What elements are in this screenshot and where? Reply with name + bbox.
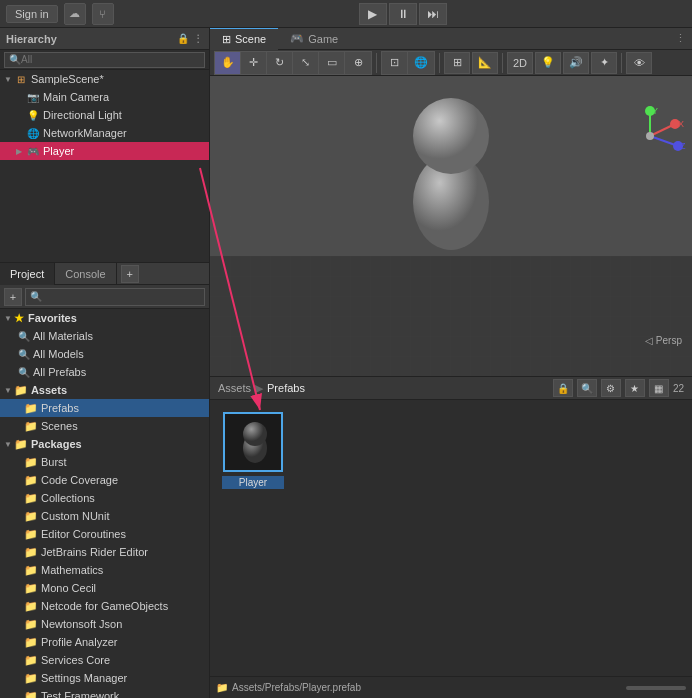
folder-pkg-newtonsoft-json[interactable]: 📁Newtonsoft Json <box>0 615 209 633</box>
project-right-star[interactable]: ★ <box>625 379 645 397</box>
play-button[interactable]: ▶ <box>359 3 387 25</box>
camera-label: Main Camera <box>43 91 109 103</box>
folder-pkg-mono-cecil[interactable]: 📁Mono Cecil <box>0 579 209 597</box>
view-2d-btn[interactable]: 2D <box>507 52 533 74</box>
hierarchy-search-input[interactable] <box>21 54 200 65</box>
pkg-label: Test Framework <box>41 690 119 698</box>
folder-prefabs[interactable]: 📁 Prefabs <box>0 399 209 417</box>
folder-pkg-profile-analyzer[interactable]: 📁Profile Analyzer <box>0 633 209 651</box>
project-right-filter[interactable]: ⚙ <box>601 379 621 397</box>
rotate-tool[interactable]: ↻ <box>267 52 293 74</box>
folder-pkg-custom-nunit[interactable]: 📁Custom NUnit <box>0 507 209 525</box>
main-layout: Hierarchy 🔒 ⋮ 🔍 ▼ ⊞ SampleScene* <box>0 28 692 698</box>
all-prefabs-label: All Prefabs <box>33 366 86 378</box>
folder-icon: 📁 <box>216 682 228 693</box>
hierarchy-scene-item[interactable]: ▼ ⊞ SampleScene* <box>0 70 209 88</box>
cloud-icon[interactable]: ☁ <box>64 3 86 25</box>
folder-pkg-settings-manager[interactable]: 📁Settings Manager <box>0 669 209 687</box>
prefabs-label: Prefabs <box>41 402 79 414</box>
player-thumb-svg <box>225 412 281 472</box>
folder-pkg-test-framework[interactable]: 📁Test Framework <box>0 687 209 698</box>
light-label: Directional Light <box>43 109 122 121</box>
assets-arrow-icon: ▼ <box>4 386 12 395</box>
asset-player[interactable]: Player <box>218 408 288 493</box>
project-right-search[interactable]: 🔍 <box>577 379 597 397</box>
folder-scenes[interactable]: 📁 Scenes <box>0 417 209 435</box>
favorites-section[interactable]: ▼ ★ Favorites <box>0 309 209 327</box>
player-asset-label: Player <box>222 476 284 489</box>
pkg-label: Editor Coroutines <box>41 528 126 540</box>
right-area: ⊞ Scene 🎮 Game ⋮ ✋ ✛ ↻ ⤡ ▭ ⊕ ⊡ 🌐 <box>210 28 692 698</box>
packages-section[interactable]: ▼ 📁 Packages <box>0 435 209 453</box>
svg-text:Z: Z <box>680 141 686 151</box>
folder-pkg-collections[interactable]: 📁Collections <box>0 489 209 507</box>
project-content: Player <box>210 400 692 676</box>
project-right-lock[interactable]: 🔒 <box>553 379 573 397</box>
folder-pkg-netcode-for-gameobjects[interactable]: 📁Netcode for GameObjects <box>0 597 209 615</box>
snap-tool[interactable]: 📐 <box>472 52 498 74</box>
hierarchy-item-main-camera[interactable]: 📷 Main Camera <box>0 88 209 106</box>
hidden-tool[interactable]: 👁 <box>626 52 652 74</box>
light-icon: 💡 <box>26 108 40 122</box>
fx-tool[interactable]: ✦ <box>591 52 617 74</box>
player-label: Player <box>43 145 74 157</box>
global-tool[interactable]: 🌐 <box>408 52 434 74</box>
branch-icon[interactable]: ⑂ <box>92 3 114 25</box>
scene-game-tabs: ⊞ Scene 🎮 Game ⋮ <box>210 28 692 50</box>
scene-view[interactable]: X Y Z ◁ Persp <box>210 76 692 376</box>
light-tool[interactable]: 💡 <box>535 52 561 74</box>
folder-all-models[interactable]: 🔍 All Models <box>0 345 209 363</box>
hierarchy-item-network-manager[interactable]: 🌐 NetworkManager <box>0 124 209 142</box>
folder-pkg-jetbrains-rider-editor[interactable]: 📁JetBrains Rider Editor <box>0 543 209 561</box>
add-asset-button[interactable]: + <box>4 288 22 306</box>
tab-game[interactable]: 🎮 Game <box>278 28 350 50</box>
tab-scene[interactable]: ⊞ Scene <box>210 28 278 50</box>
zoom-slider[interactable] <box>626 686 686 690</box>
project-right-collapse[interactable]: ▦ <box>649 379 669 397</box>
scale-tool[interactable]: ⤡ <box>293 52 319 74</box>
rect-tool[interactable]: ▭ <box>319 52 345 74</box>
audio-tool[interactable]: 🔊 <box>563 52 589 74</box>
hierarchy-header: Hierarchy 🔒 ⋮ <box>0 28 209 50</box>
hand-tool[interactable]: ✋ <box>215 52 241 74</box>
assets-section[interactable]: ▼ 📁 Assets <box>0 381 209 399</box>
project-search-box[interactable]: 🔍 <box>25 288 205 306</box>
hierarchy-panel: Hierarchy 🔒 ⋮ 🔍 ▼ ⊞ SampleScene* <box>0 28 209 263</box>
pivot-tool[interactable]: ⊡ <box>382 52 408 74</box>
tool-group-move: ✋ ✛ ↻ ⤡ ▭ ⊕ <box>214 51 372 75</box>
folder-pkg-services-core[interactable]: 📁Services Core <box>0 651 209 669</box>
transform-tool[interactable]: ⊕ <box>345 52 371 74</box>
hierarchy-search-box[interactable]: 🔍 <box>4 52 205 68</box>
folder-pkg-burst[interactable]: 📁Burst <box>0 453 209 471</box>
pause-button[interactable]: ⏸ <box>389 3 417 25</box>
hierarchy-item-player[interactable]: ▶ 🎮 Player <box>0 142 209 160</box>
add-button[interactable]: + <box>121 265 139 283</box>
scene-more-button[interactable]: ⋮ <box>669 32 692 45</box>
packages-folder-icon: 📁 <box>14 438 28 451</box>
sign-in-button[interactable]: Sign in <box>6 5 58 23</box>
pkg-folder-icon: 📁 <box>24 510 38 523</box>
hierarchy-lock[interactable]: 🔒 <box>177 33 189 44</box>
top-bar: Sign in ☁ ⑂ ▶ ⏸ ⏭ <box>0 0 692 28</box>
tab-console[interactable]: Console <box>55 263 116 285</box>
search-prefabs-icon: 🔍 <box>18 367 30 378</box>
project-toolbar: + 🔍 <box>0 285 209 309</box>
folder-pkg-editor-coroutines[interactable]: 📁Editor Coroutines <box>0 525 209 543</box>
hierarchy-item-directional-light[interactable]: 💡 Directional Light <box>0 106 209 124</box>
scenes-folder-icon: 📁 <box>24 420 38 433</box>
folder-pkg-code-coverage[interactable]: 📁Code Coverage <box>0 471 209 489</box>
step-button[interactable]: ⏭ <box>419 3 447 25</box>
scene-toolbar: ✋ ✛ ↻ ⤡ ▭ ⊕ ⊡ 🌐 ⊞ 📐 2D 💡 🔊 ✦ 👁 <box>210 50 692 76</box>
project-search-input[interactable] <box>42 291 200 302</box>
move-tool[interactable]: ✛ <box>241 52 267 74</box>
hierarchy-menu[interactable]: ⋮ <box>193 33 203 44</box>
folder-pkg-mathematics[interactable]: 📁Mathematics <box>0 561 209 579</box>
assets-label: Assets <box>31 384 67 396</box>
pkg-label: Profile Analyzer <box>41 636 117 648</box>
folder-all-materials[interactable]: 🔍 All Materials <box>0 327 209 345</box>
breadcrumb-assets[interactable]: Assets <box>218 382 251 394</box>
grid-tool[interactable]: ⊞ <box>444 52 470 74</box>
folder-all-prefabs[interactable]: 🔍 All Prefabs <box>0 363 209 381</box>
star-icon: ★ <box>14 312 24 325</box>
tab-project[interactable]: Project <box>0 263 55 285</box>
